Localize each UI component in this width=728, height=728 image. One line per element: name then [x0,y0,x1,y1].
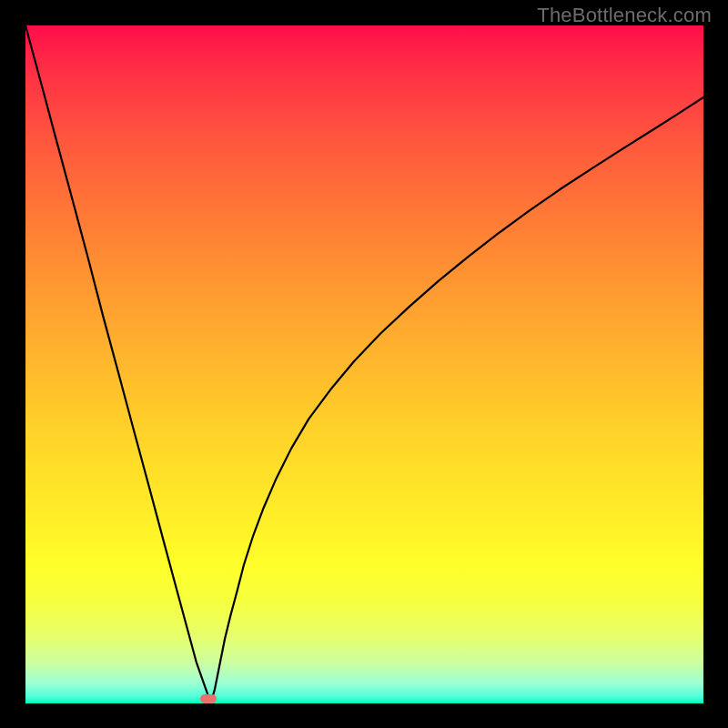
watermark-text: TheBottleneck.com [537,4,712,27]
chart-min-marker [200,694,217,703]
chart-plot-area [25,25,703,703]
chart-curve-svg [25,25,703,703]
chart-curve-path [25,25,703,699]
